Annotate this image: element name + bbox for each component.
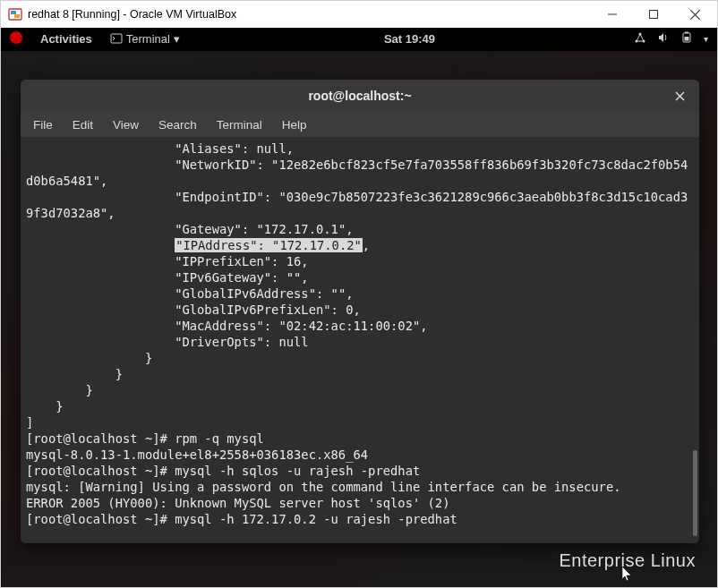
battery-icon[interactable] [680,31,693,47]
terminal-text-highlight: "IPAddress": "172.17.0.2" [175,238,363,252]
guest-desktop: Activities Terminal ▾ Sat 19:49 ▾ root@l… [1,28,717,587]
system-tray[interactable]: ▾ [634,31,708,47]
terminal-titlebar[interactable]: root@localhost:~ [21,80,699,112]
virtualbox-icon [8,7,22,21]
network-icon[interactable] [634,31,646,47]
gnome-top-bar: Activities Terminal ▾ Sat 19:49 ▾ [1,28,717,51]
terminal-text-after: "IPPrefixLen": 16, "IPv6Gateway": "", "G… [26,254,621,526]
terminal-text-before: "Aliases": null, "NetworkID": "12e82e6bc… [26,141,688,252]
chevron-down-icon: ▾ [704,34,708,44]
close-button[interactable] [674,1,715,28]
volume-icon[interactable] [657,31,670,47]
terminal-scrollbar[interactable] [693,450,697,536]
menu-edit[interactable]: Edit [73,118,93,132]
terminal-icon [110,32,123,45]
svg-rect-4 [650,11,658,19]
app-menu-terminal[interactable]: Terminal ▾ [105,30,185,47]
svg-rect-1 [11,11,16,14]
chevron-down-icon: ▾ [174,32,180,46]
virtualbox-window: redhat 8 [Running] - Oracle VM VirtualBo… [0,0,718,588]
terminal-title-text: root@localhost:~ [308,89,411,103]
svg-rect-2 [14,14,20,18]
terminal-window: root@localhost:~ File Edit View Search T… [21,80,699,543]
cursor-icon [621,566,634,585]
virtualbox-titlebar[interactable]: redhat 8 [Running] - Oracle VM VirtualBo… [1,1,717,28]
menu-help[interactable]: Help [282,118,307,132]
redhat-icon [10,31,28,47]
clock[interactable]: Sat 19:49 [185,32,634,46]
activities-button[interactable]: Activities [40,32,92,46]
menu-terminal[interactable]: Terminal [217,118,262,132]
terminal-menubar: File Edit View Search Terminal Help [21,112,699,137]
maximize-button[interactable] [633,1,674,28]
minimize-button[interactable] [592,1,633,28]
terminal-text-comma: , [363,238,370,252]
svg-rect-12 [685,31,688,33]
menu-file[interactable]: File [33,118,53,132]
terminal-close-button[interactable] [671,87,688,105]
menu-view[interactable]: View [113,118,139,132]
svg-rect-13 [685,37,689,41]
terminal-output[interactable]: "Aliases": null, "NetworkID": "12e82e6bc… [21,137,699,543]
app-menu-label: Terminal [126,32,170,46]
menu-search[interactable]: Search [158,118,197,132]
svg-rect-7 [111,34,122,43]
virtualbox-title-text: redhat 8 [Running] - Oracle VM VirtualBo… [28,8,592,21]
window-controls [592,1,715,28]
